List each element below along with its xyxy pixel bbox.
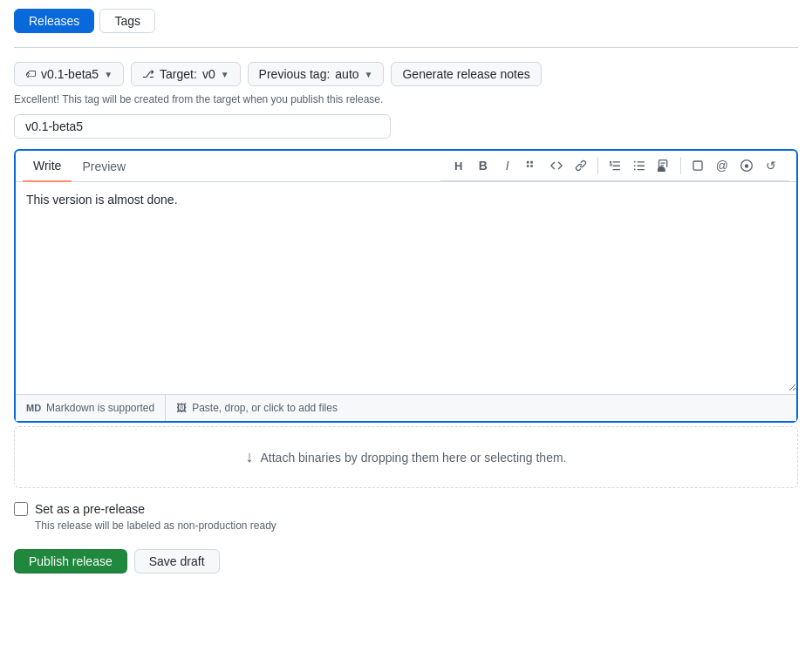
toolbar-divider-2 — [680, 157, 681, 174]
attach-binaries-text: Attach binaries by dropping them here or… — [261, 451, 567, 465]
prerelease-checkbox[interactable] — [14, 502, 28, 516]
previous-tag-value: auto — [335, 67, 358, 81]
editor-toolbar: H B I @ — [440, 151, 789, 181]
attach-binaries-area[interactable]: ↓ Attach binaries by dropping them here … — [14, 426, 798, 488]
task-list-button[interactable] — [652, 154, 675, 177]
previous-tag-label: Previous tag: — [259, 67, 331, 81]
ordered-list-button[interactable] — [604, 154, 626, 177]
releases-tab[interactable]: Releases — [14, 9, 94, 33]
prerelease-section: Set as a pre-release This release will b… — [14, 502, 798, 532]
save-draft-button[interactable]: Save draft — [134, 549, 220, 574]
link-button[interactable] — [570, 154, 592, 177]
tags-tab[interactable]: Tags — [99, 9, 155, 33]
generate-release-notes-button[interactable]: Generate release notes — [391, 62, 541, 86]
write-tab[interactable]: Write — [23, 151, 72, 182]
italic-button[interactable]: I — [496, 154, 519, 177]
release-title-input[interactable] — [14, 114, 391, 139]
previous-tag-dropdown-caret: ▼ — [365, 70, 373, 79]
attach-file-button[interactable] — [686, 154, 709, 177]
tag-dropdown-label: v0.1-beta5 — [41, 67, 99, 81]
attach-files-button[interactable]: 🖼 Paste, drop, or click to add files — [166, 395, 348, 421]
editor-footer: MD Markdown is supported 🖼 Paste, drop, … — [16, 394, 796, 421]
target-label: Target: — [160, 67, 197, 81]
release-notes-textarea[interactable]: This version is almost done. — [16, 182, 796, 391]
branch-icon: ⎇ — [142, 68, 154, 80]
action-row: Publish release Save draft — [14, 549, 798, 574]
prerelease-hint: This release will be labeled as non-prod… — [14, 519, 798, 532]
controls-row: 🏷 v0.1-beta5 ▼ ⎇ Target: v0 ▼ Previous t… — [14, 62, 798, 86]
tag-dropdown-caret: ▼ — [104, 70, 113, 79]
heading-button[interactable]: H — [447, 154, 470, 177]
reference-button[interactable] — [735, 154, 758, 177]
editor-container: Write Preview H B I — [14, 149, 798, 423]
tag-hint-text: Excellent! This tag will be created from… — [14, 93, 798, 105]
toolbar-divider-1 — [597, 157, 598, 174]
markdown-icon: MD — [26, 403, 41, 413]
target-dropdown[interactable]: ⎇ Target: v0 ▼ — [131, 62, 241, 86]
prerelease-row: Set as a pre-release — [14, 502, 798, 516]
undo-button[interactable]: ↺ — [760, 154, 782, 177]
editor-tabs: Write Preview H B I — [16, 151, 796, 182]
code-button[interactable] — [545, 154, 568, 177]
markdown-supported-label: MD Markdown is supported — [16, 395, 166, 421]
mention-button[interactable]: @ — [711, 154, 734, 177]
tag-icon: 🏷 — [25, 68, 36, 80]
target-dropdown-caret: ▼ — [221, 70, 229, 79]
prerelease-label[interactable]: Set as a pre-release — [35, 502, 145, 516]
download-icon: ↓ — [246, 448, 254, 466]
publish-release-button[interactable]: Publish release — [14, 549, 127, 574]
preview-tab[interactable]: Preview — [72, 151, 136, 181]
target-value: v0 — [202, 67, 215, 81]
image-icon: 🖼 — [176, 402, 187, 414]
previous-tag-dropdown[interactable]: Previous tag: auto ▼ — [248, 62, 385, 86]
header-tabs: Releases Tags — [14, 9, 798, 48]
tag-dropdown[interactable]: 🏷 v0.1-beta5 ▼ — [14, 62, 124, 86]
bold-button[interactable]: B — [472, 154, 495, 177]
quote-button[interactable] — [521, 154, 543, 177]
unordered-list-button[interactable] — [628, 154, 651, 177]
